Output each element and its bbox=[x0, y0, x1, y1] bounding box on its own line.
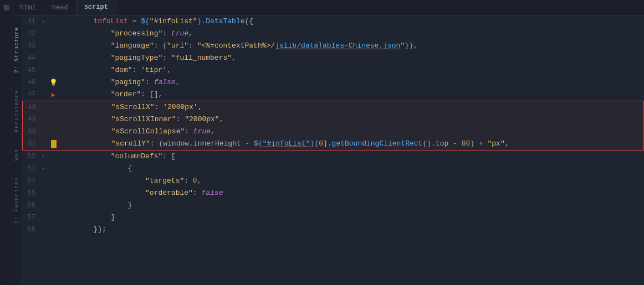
line-marker-41 bbox=[48, 15, 59, 28]
code-content-51: "scrollY": (window.innerHeight - $("#inf… bbox=[59, 138, 643, 150]
line-marker-52 bbox=[48, 151, 59, 163]
line-43: 43 "language": {"url": "<%=contextPath%>… bbox=[22, 40, 644, 52]
code-content-55: "orderable": false bbox=[59, 187, 644, 199]
code-content-52: "columnDefs": [ bbox=[59, 151, 644, 163]
tab-head[interactable]: head bbox=[44, 0, 76, 15]
line-number-56: 56 bbox=[22, 199, 39, 211]
code-content-57: ] bbox=[59, 211, 644, 224]
fold-indicator-56 bbox=[39, 199, 48, 211]
panel-labels: 2: StructurePersistenceWeb2: Favorites bbox=[12, 15, 22, 285]
line-number-44: 44 bbox=[22, 52, 39, 64]
code-content-49: "sScrollXInner": "2000px", bbox=[59, 113, 643, 126]
code-content-48: "sScrollX": '2000px', bbox=[59, 101, 643, 113]
fold-indicator-51 bbox=[39, 138, 48, 150]
line-marker-57 bbox=[48, 211, 59, 224]
code-content-44: "pagingType": "full_numbers", bbox=[59, 52, 644, 64]
line-56: 56 } bbox=[22, 199, 644, 211]
line-47: 47▶ "order": [], bbox=[22, 89, 644, 101]
line-marker-45 bbox=[48, 64, 59, 76]
line-46: 46💡 "paging": false, bbox=[22, 76, 644, 89]
line-number-55: 55 bbox=[22, 187, 39, 199]
line-51: 51 "scrollY": (window.innerHeight - $("#… bbox=[22, 138, 644, 151]
code-content-56: } bbox=[59, 199, 644, 211]
line-number-57: 57 bbox=[22, 211, 39, 224]
line-44: 44 "pagingType": "full_numbers", bbox=[22, 52, 644, 64]
tab-html[interactable]: html bbox=[12, 0, 44, 15]
fold-indicator-42 bbox=[39, 28, 48, 40]
line-number-52: 52 bbox=[22, 151, 39, 163]
fold-indicator-48 bbox=[39, 101, 48, 113]
line-number-53: 53 bbox=[22, 163, 39, 175]
activity-icon-1: ⬛ bbox=[1, 2, 11, 12]
line-marker-55 bbox=[48, 187, 59, 199]
fold-indicator-46 bbox=[39, 76, 48, 89]
fold-indicator-50 bbox=[39, 126, 48, 138]
tab-script[interactable]: script bbox=[76, 0, 116, 15]
line-marker-43 bbox=[48, 40, 59, 52]
editor-wrapper: htmlheadscript 2: StructurePersistenceWe… bbox=[12, 0, 644, 285]
line-42: 42 "processing": true, bbox=[22, 28, 644, 40]
panel-label-2--Structure[interactable]: 2: Structure bbox=[14, 27, 20, 73]
fold-indicator-58 bbox=[39, 224, 48, 236]
editor-area: 2: StructurePersistenceWeb2: Favorites 4… bbox=[12, 15, 644, 285]
line-53: 53▾ { bbox=[22, 163, 644, 175]
line-number-51: 51 bbox=[23, 138, 39, 150]
activity-bar: ⬛ bbox=[0, 0, 12, 285]
line-48: 48 "sScrollX": '2000px', bbox=[22, 101, 644, 113]
panel-label-Persistence[interactable]: Persistence bbox=[14, 90, 20, 132]
code-content-41: infoList = $("#infoList").DataTable({ bbox=[59, 15, 644, 28]
line-57: 57 ] bbox=[22, 211, 644, 224]
code-content-53: { bbox=[59, 163, 644, 175]
line-marker-42 bbox=[48, 28, 59, 40]
fold-indicator-57 bbox=[39, 211, 48, 224]
code-content-54: "targets": 0, bbox=[59, 175, 644, 187]
code-content-46: "paging": false, bbox=[59, 76, 644, 89]
code-content-58: }); bbox=[59, 224, 644, 236]
line-marker-54 bbox=[48, 175, 59, 187]
fold-indicator-53[interactable]: ▾ bbox=[39, 163, 48, 175]
line-marker-53 bbox=[48, 163, 59, 175]
line-50: 50 "sScrollCollapse": true, bbox=[22, 126, 644, 138]
line-number-50: 50 bbox=[23, 126, 39, 138]
line-45: 45 "dom": 'tipr', bbox=[22, 64, 644, 76]
line-marker-58 bbox=[48, 224, 59, 236]
line-marker-50 bbox=[48, 126, 59, 138]
line-marker-56 bbox=[48, 199, 59, 211]
line-49: 49 "sScrollXInner": "2000px", bbox=[22, 113, 644, 126]
fold-indicator-41[interactable]: ▾ bbox=[39, 15, 48, 28]
fold-indicator-47 bbox=[39, 89, 48, 101]
line-54: 54 "targets": 0, bbox=[22, 175, 644, 187]
arrow-icon: ▶ bbox=[51, 91, 55, 99]
line-number-41: 41 bbox=[22, 15, 39, 28]
yellow-marker bbox=[51, 140, 57, 148]
line-number-42: 42 bbox=[22, 28, 39, 40]
fold-indicator-44 bbox=[39, 52, 48, 64]
code-content-45: "dom": 'tipr', bbox=[59, 64, 644, 76]
line-marker-48 bbox=[48, 101, 59, 113]
panel-label-2--Favorites[interactable]: 2: Favorites bbox=[14, 177, 20, 224]
code-editor[interactable]: 41▾ infoList = $("#infoList").DataTable(… bbox=[22, 15, 644, 285]
fold-indicator-52[interactable]: ▾ bbox=[39, 151, 48, 163]
code-content-42: "processing": true, bbox=[59, 28, 644, 40]
line-41: 41▾ infoList = $("#infoList").DataTable(… bbox=[22, 15, 644, 28]
fold-indicator-45 bbox=[39, 64, 48, 76]
line-marker-49 bbox=[48, 113, 59, 126]
fold-indicator-55 bbox=[39, 187, 48, 199]
line-number-43: 43 bbox=[22, 40, 39, 52]
line-marker-51 bbox=[48, 138, 59, 150]
fold-indicator-54 bbox=[39, 175, 48, 187]
line-number-47: 47 bbox=[22, 89, 39, 101]
line-55: 55 "orderable": false bbox=[22, 187, 644, 199]
line-58: 58 }); bbox=[22, 224, 644, 236]
line-number-54: 54 bbox=[22, 175, 39, 187]
panel-label-Web[interactable]: Web bbox=[14, 149, 20, 160]
fold-indicator-49 bbox=[39, 113, 48, 126]
line-marker-44 bbox=[48, 52, 59, 64]
fold-indicator-43 bbox=[39, 40, 48, 52]
tab-bar: htmlheadscript bbox=[12, 0, 644, 15]
line-number-46: 46 bbox=[22, 76, 39, 89]
line-number-49: 49 bbox=[23, 113, 39, 126]
line-marker-47: ▶ bbox=[48, 89, 59, 101]
code-content-50: "sScrollCollapse": true, bbox=[59, 126, 643, 138]
line-number-58: 58 bbox=[22, 224, 39, 236]
